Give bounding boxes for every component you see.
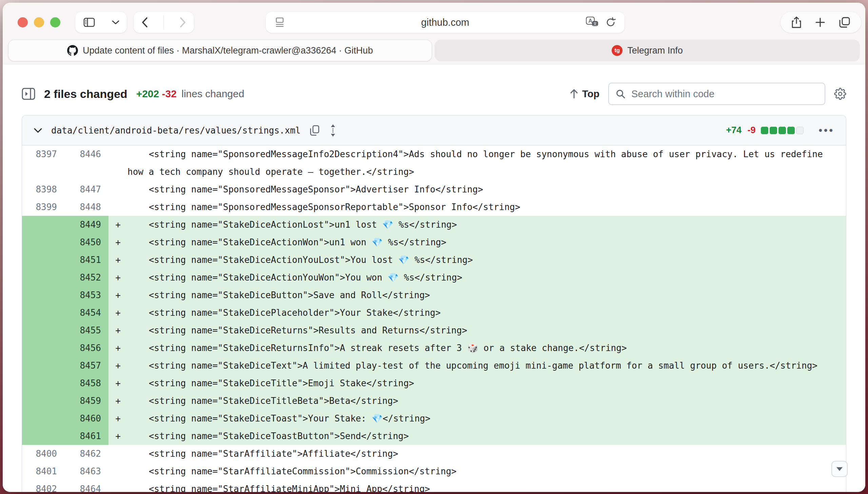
old-line-number[interactable] (22, 410, 64, 427)
diff-row: 8457+ <string name="StakeDiceText">A lim… (22, 357, 846, 374)
commit-summary-header: 2 files changed +202 -32 lines changed T… (22, 82, 846, 106)
new-line-number[interactable]: 8464 (64, 480, 109, 492)
additions-count: +202 (136, 88, 159, 99)
code-line: <string name="StakeDiceActionYouLost">Yo… (128, 251, 846, 269)
old-line-number[interactable]: 8402 (22, 480, 64, 492)
diff-row: 8451+ <string name="StakeDiceActionYouLo… (22, 251, 846, 269)
file-options-kebab-icon[interactable]: ••• (818, 125, 834, 136)
code-line: <string name="StakeDiceTitle">Emoji Stak… (128, 374, 846, 392)
diff-row: 8456+ <string name="StakeDiceReturnsInfo… (22, 339, 846, 357)
new-line-number[interactable]: 8457 (64, 357, 109, 374)
code-line: <string name="StarAffiliate">Affiliate</… (128, 445, 846, 462)
new-line-number[interactable]: 8461 (64, 427, 109, 445)
translate-icon[interactable]: A 文 (586, 17, 599, 28)
diff-row: 84028464 <string name="StarAffiliateMini… (22, 480, 846, 492)
expand-up-down-icon[interactable] (329, 124, 337, 137)
diff-row: 8460+ <string name="StakeDiceToast">Your… (22, 410, 846, 427)
old-line-number[interactable] (22, 339, 64, 357)
diff-marker: + (109, 251, 128, 269)
new-line-number[interactable]: 8447 (64, 180, 109, 198)
back-button[interactable] (142, 17, 148, 28)
old-line-number[interactable]: 8400 (22, 445, 64, 462)
new-tab-icon[interactable] (815, 17, 825, 27)
diff-marker: + (109, 392, 128, 410)
file-diff-card: data/client/android-beta/res/values/stri… (22, 115, 846, 492)
diff-row: 83998448 <string name="SponsoredMessageS… (22, 198, 846, 216)
new-line-number[interactable]: 8453 (64, 286, 109, 304)
old-line-number[interactable] (22, 392, 64, 410)
addition-block (778, 127, 786, 134)
code-line: <string name="StarAffiliateCommission">C… (128, 462, 846, 480)
forward-button[interactable] (179, 17, 186, 28)
new-line-number[interactable]: 8462 (64, 445, 109, 462)
diff-row: 83988447 <string name="SponsoredMessageS… (22, 180, 846, 198)
deletions-count: -32 (162, 88, 177, 99)
tab-title: Telegram Info (627, 45, 683, 56)
new-line-number[interactable]: 8452 (64, 269, 109, 286)
new-line-number[interactable]: 8451 (64, 251, 109, 269)
new-line-number[interactable]: 8455 (64, 322, 109, 339)
code-line: <string name="StakeDiceToast">Your Stake… (128, 410, 846, 427)
new-line-number[interactable]: 8446 (64, 145, 109, 180)
settings-gear-icon[interactable] (834, 88, 846, 100)
diff-stat-blocks (761, 127, 804, 134)
old-line-number[interactable]: 8401 (22, 462, 64, 480)
diff-row: 8455+ <string name="StakeDiceReturns">Re… (22, 322, 846, 339)
back-to-top-link[interactable]: Top (570, 89, 599, 100)
file-path[interactable]: data/client/android-beta/res/values/stri… (51, 125, 301, 135)
new-line-number[interactable]: 8458 (64, 374, 109, 392)
new-line-number[interactable]: 8463 (64, 462, 109, 480)
old-line-number[interactable] (22, 269, 64, 286)
old-line-number[interactable] (22, 357, 64, 374)
scroll-down-button[interactable] (831, 461, 848, 477)
diff-marker: + (109, 339, 128, 357)
tab-github-commit[interactable]: Update content of files · MarshalX/teleg… (8, 40, 432, 61)
old-line-number[interactable] (22, 251, 64, 269)
diff-marker: + (109, 286, 128, 304)
url-text[interactable]: github.com (266, 12, 625, 33)
collapse-file-chevron-icon[interactable] (34, 127, 42, 133)
share-icon[interactable] (791, 16, 801, 28)
old-line-number[interactable]: 8399 (22, 198, 64, 216)
chevron-down-icon[interactable] (112, 20, 119, 25)
tab-title: Update content of files · MarshalX/teleg… (83, 45, 373, 56)
old-line-number[interactable] (22, 286, 64, 304)
search-input[interactable] (631, 88, 818, 100)
old-line-number[interactable] (22, 216, 64, 233)
new-line-number[interactable]: 8448 (64, 198, 109, 216)
diff-row: 84018463 <string name="StarAffiliateComm… (22, 462, 846, 480)
file-tree-toggle-icon[interactable] (22, 88, 35, 100)
new-line-number[interactable]: 8449 (64, 216, 109, 233)
tab-telegram-info[interactable]: tg Telegram Info (435, 40, 860, 61)
minimize-window-button[interactable] (34, 17, 44, 27)
search-within-code-box[interactable] (608, 83, 825, 105)
toolbar-right-controls (780, 12, 861, 33)
close-window-button[interactable] (18, 17, 28, 27)
new-line-number[interactable]: 8454 (64, 304, 109, 322)
old-line-number[interactable] (22, 304, 64, 322)
file-diff-header: data/client/android-beta/res/values/stri… (22, 116, 846, 145)
old-line-number[interactable] (22, 322, 64, 339)
diff-marker: + (109, 374, 128, 392)
tab-overview-icon[interactable] (839, 17, 850, 28)
copy-path-icon[interactable] (310, 125, 320, 136)
zoom-window-button[interactable] (50, 17, 60, 27)
diff-counts: +202 -32 lines changed (136, 88, 244, 100)
old-line-number[interactable]: 8398 (22, 180, 64, 198)
old-line-number[interactable]: 8397 (22, 145, 64, 180)
address-bar[interactable]: github.com A 文 (266, 12, 625, 33)
new-line-number[interactable]: 8450 (64, 233, 109, 251)
new-line-number[interactable]: 8459 (64, 392, 109, 410)
code-line: <string name="StakeDiceActionWon">un1 wo… (128, 233, 846, 251)
diff-marker: + (109, 427, 128, 445)
github-icon (67, 45, 78, 56)
old-line-number[interactable] (22, 233, 64, 251)
sidebar-toggle-icon[interactable] (84, 18, 95, 27)
code-line: <string name="SponsoredMessageSponsor">A… (128, 180, 846, 198)
diff-row: 8449+ <string name="StakeDiceActionLost"… (22, 216, 846, 233)
new-line-number[interactable]: 8460 (64, 410, 109, 427)
new-line-number[interactable]: 8456 (64, 339, 109, 357)
old-line-number[interactable] (22, 374, 64, 392)
old-line-number[interactable] (22, 427, 64, 445)
reload-icon[interactable] (606, 17, 616, 28)
